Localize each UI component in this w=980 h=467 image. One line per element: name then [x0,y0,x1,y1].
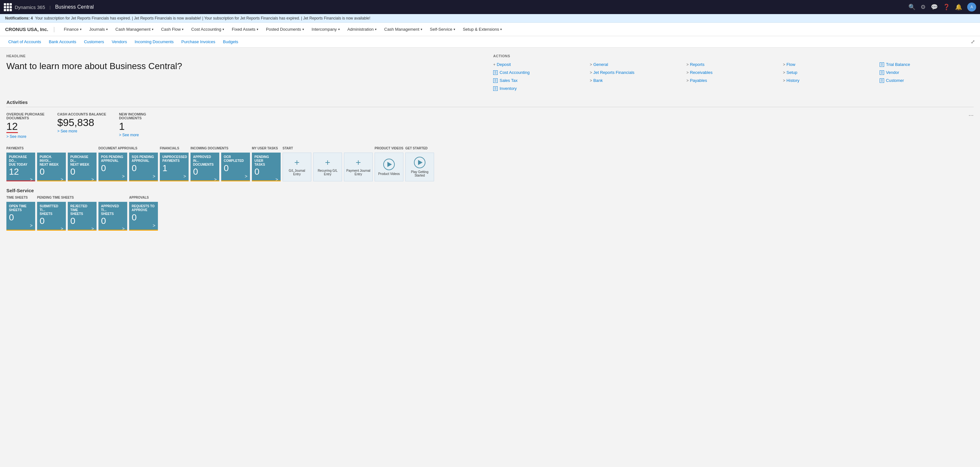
app-name[interactable]: Dynamics 365 [15,5,45,10]
tile-open-time-sheets-arrow: > [30,223,33,228]
action-deposit[interactable]: + Deposit [493,61,587,68]
company-separator: | [53,26,55,33]
tile-purchase-di-label: PURCHASE DI...NEXT WEEK [70,155,94,167]
financials-label: FINANCIALS [160,147,189,150]
tile-approved-in-docs[interactable]: APPROVED IN...DOCUMENTS 0 > [191,153,219,182]
action-trial-balance[interactable]: ☰ Trial Balance [880,61,974,68]
headline-section: HEADLINE Want to learn more about Busine… [6,54,487,92]
tile-purchase-due-today-label: PURCHASE DO...DUE TODAY [9,155,33,167]
tile-play-getting-started[interactable]: Play GettingStarted [405,153,434,182]
recurring-gl-label: Recurring G/LEntry [318,169,337,176]
tile-ocr-completed[interactable]: OCRCOMPLETED 0 > [221,153,250,182]
search-icon[interactable]: 🔍 [908,3,915,11]
sub-nav-purchase-invoices[interactable]: Purchase Invoices [178,36,218,48]
plus-icon: + [294,158,299,167]
chat-icon[interactable]: 💬 [931,3,938,11]
nav-item-cash-management[interactable]: Cash Management ▾ [111,23,157,36]
tile-purch-invoi-label: PURCH. INVOI...NEXT WEEK [40,155,63,167]
nav-item-cash-management-2[interactable]: Cash Management ▾ [380,23,426,36]
action-history[interactable]: > History [783,77,877,84]
sub-nav-vendors[interactable]: Vendors [108,36,130,48]
nav-item-setup-extensions[interactable]: Setup & Extensions ▾ [459,23,506,36]
activity-cash-see-more[interactable]: > See more [57,129,106,133]
actions-label: ACTIONS [493,54,974,58]
tile-gl-journal-entry[interactable]: + G/L JournalEntry [283,153,311,182]
tile-purchase-di-next-week[interactable]: PURCHASE DI...NEXT WEEK 0 > [68,153,97,182]
nav-item-finance[interactable]: Finance ▾ [60,23,85,36]
sub-nav-customers[interactable]: Customers [81,36,107,48]
action-reports[interactable]: > Reports [686,61,780,68]
nav-item-fixed-assets[interactable]: Fixed Assets ▾ [228,23,262,36]
activities-more-icon[interactable]: ⋯ [969,112,974,118]
tile-payment-journal-entry[interactable]: + Payment JournalEntry [344,153,373,182]
time-sheets-label: TIME SHEETS [6,196,35,199]
sub-nav-budgets[interactable]: Budgets [220,36,242,48]
nav-item-administration[interactable]: Administration ▾ [344,23,380,36]
tile-open-time-sheets-label: OPEN TIMESHEETS [9,204,33,212]
action-general[interactable]: > General [590,61,684,68]
approvals-label: APPROVALS [129,196,158,199]
action-setup[interactable]: > Setup [783,69,877,76]
get-started-group: GET STARTED Play GettingStarted [405,147,434,182]
tile-purch-invoi-next-week[interactable]: PURCH. INVOI...NEXT WEEK 0 > [37,153,66,182]
tile-sqs-pending-value: 0 [132,163,155,174]
tile-submitted-value: 0 [40,216,63,226]
product-videos-group: PRODUCT VIDEOS Product Videos [375,147,403,182]
action-jet-reports[interactable]: > Jet Reports Financials [590,69,684,76]
plus-icon-2: + [325,158,330,167]
action-bank[interactable]: > Bank [590,77,684,84]
action-receivables[interactable]: > Receivables [686,69,780,76]
tile-bottom-bar [6,180,35,182]
tile-rejected-time-sheets[interactable]: REJECTED TIMESHEETS 0 > [68,202,97,231]
tile-open-time-sheets[interactable]: OPEN TIMESHEETS 0 > [6,202,35,231]
tile-submitted-time-sheets[interactable]: SUBMITTED TI...SHEETS 0 > [37,202,66,231]
top-bar-left: Dynamics 365 | Business Central [4,3,94,11]
tile-recurring-gl-entry[interactable]: + Recurring G/LEntry [313,153,342,182]
activity-overdue-see-more[interactable]: > See more [6,134,45,139]
play-circle-icon [383,159,395,170]
tile-product-videos[interactable]: Product Videos [375,153,403,182]
nav-item-self-service[interactable]: Self-Service ▾ [426,23,459,36]
tile-ocr-value: 0 [224,163,247,174]
tile-purchase-due-today[interactable]: PURCHASE DO...DUE TODAY 12 > [6,153,35,182]
action-sales-tax[interactable]: ☰ Sales Tax [493,77,587,84]
sub-nav-bank-accounts[interactable]: Bank Accounts [46,36,80,48]
activity-incoming-see-more[interactable]: > See more [119,133,146,137]
activity-cash-label: CASH ACCOUNTS BALANCE [57,112,106,116]
play-circle-icon-2 [414,157,425,168]
self-service-title: Self-Service [6,188,974,193]
collapse-icon[interactable]: ⤢ [971,39,975,45]
user-avatar[interactable]: A [967,3,976,11]
tile-unprocessed-payments[interactable]: UNPROCESSEDPAYMENTS 1 > [160,153,189,182]
nav-item-journals[interactable]: Journals ▾ [85,23,111,36]
tile-pos-pending[interactable]: POS PENDINGAPPROVAL 0 > [99,153,127,182]
nav-item-cost-accounting[interactable]: Cost Accounting ▾ [187,23,228,36]
nav-item-intercompany[interactable]: Intercompany ▾ [308,23,344,36]
headline-text: Want to learn more about Business Centra… [6,61,487,72]
waffle-menu-icon[interactable] [4,3,11,11]
nav-item-posted-documents[interactable]: Posted Documents ▾ [262,23,308,36]
settings-icon[interactable]: ⚙ [921,3,926,11]
action-customer[interactable]: ☰ Customer [880,77,974,84]
action-inventory[interactable]: ☰ Inventory [493,85,587,92]
tile-sqs-pending[interactable]: SQS PENDINGAPPROVAL 0 > [129,153,158,182]
self-service-section: Self-Service TIME SHEETS OPEN TIMESHEETS… [6,188,974,231]
action-vendor[interactable]: ☰ Vendor [880,69,974,76]
tile-requests-to-approve[interactable]: REQUESTS TOAPPROVE 0 > [129,202,158,231]
tile-approved-time-sheets[interactable]: APPROVED TI...SHEETS 0 > [99,202,127,231]
action-flow[interactable]: > Flow [783,61,877,68]
tile-pending-user-tasks[interactable]: PENDING USERTASKS 0 > [252,153,281,182]
sub-nav-chart-of-accounts[interactable]: Chart of Accounts [5,36,45,48]
action-payables[interactable]: > Payables [686,77,780,84]
sub-nav-incoming-documents[interactable]: Incoming Documents [131,36,177,48]
tiles-row: PAYMENTS PURCHASE DO...DUE TODAY 12 > PU… [6,147,974,182]
action-cost-accounting[interactable]: ☰ Cost Accounting [493,69,587,76]
tile-approved-label: APPROVED TI...SHEETS [101,204,125,216]
tile-pending-user-label: PENDING USERTASKS [255,155,278,167]
nav-item-cash-flow[interactable]: Cash Flow ▾ [157,23,187,36]
notification-icon[interactable]: 🔔 [955,3,962,11]
help-icon[interactable]: ❓ [943,3,950,11]
tile-approved-in-value: 0 [193,167,217,177]
tile-purchase-di-value: 0 [70,167,94,177]
tile-bottom-bar [99,230,127,231]
